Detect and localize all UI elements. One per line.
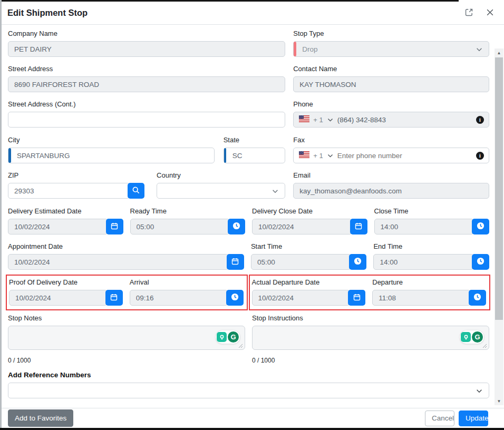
street-address-label: Street Address (8, 65, 285, 73)
proof-of-delivery-date-input[interactable] (9, 290, 108, 306)
row-delivery-dates: Delivery Estimated Date Ready Time (8, 207, 489, 234)
fax-input[interactable] (337, 152, 472, 160)
cancel-button[interactable]: Cancel (425, 411, 454, 426)
row-pod-departure: Proof Of Delivery Date Arrival (6, 275, 490, 310)
company-name-input[interactable] (8, 41, 285, 57)
clock-icon (232, 221, 241, 232)
field-country: Country (157, 171, 285, 199)
actual-departure-date-input[interactable] (252, 290, 351, 306)
phone-country-chevron-icon[interactable] (327, 116, 334, 123)
phone-input[interactable] (337, 116, 472, 124)
ready-time-input[interactable] (130, 219, 230, 234)
field-ready-time: Ready Time (130, 207, 246, 234)
scrollbar-down-arrow[interactable]: ▼ (495, 397, 503, 405)
delivery-close-date-calendar-button[interactable] (350, 219, 367, 234)
bottom-edge (0, 428, 504, 430)
field-departure: Departure (372, 278, 486, 306)
close-icon (486, 8, 495, 18)
state-input[interactable] (224, 148, 286, 163)
close-time-input[interactable] (374, 219, 474, 234)
start-time-input[interactable] (251, 254, 352, 270)
arrival-label: Arrival (130, 278, 244, 286)
row-street-contact: Street Address Contact Name (8, 65, 489, 92)
clock-icon (476, 257, 485, 267)
phone-dial-code: + 1 (313, 116, 323, 124)
field-appointment-date: Appointment Date (8, 242, 244, 270)
appointment-date-calendar-button[interactable] (227, 254, 244, 270)
phone-info-icon[interactable]: i (476, 116, 484, 124)
street-address-input[interactable] (8, 76, 285, 92)
valid-accent-bar (224, 148, 227, 163)
field-arrival: Arrival (130, 278, 244, 306)
actual-departure-date-calendar-button[interactable] (348, 290, 365, 306)
add-to-favorites-button[interactable]: Add to Favorites (8, 409, 73, 427)
field-stop-notes: Stop Notes G 0 / 1000 (8, 314, 245, 364)
street-address-cont-input[interactable] (8, 112, 285, 128)
grammarly-suggestion-icon (217, 332, 227, 342)
row-street2-phone: Street Address (Cont.) Phone (8, 100, 489, 128)
state-label: State (224, 136, 286, 144)
grammarly-widget[interactable]: G (215, 330, 240, 344)
field-start-time: Start Time (251, 242, 367, 270)
email-field[interactable] (293, 183, 489, 199)
page-title: Edit Shipment Stop (7, 8, 88, 18)
stop-type-label: Stop Type (293, 30, 489, 37)
field-end-time: End Time (373, 242, 489, 270)
country-select[interactable] (157, 183, 285, 199)
scrollbar-up-arrow[interactable]: ▲ (495, 48, 503, 57)
field-stop-instructions: Stop Instructions G 0 / 100 (252, 314, 489, 364)
vertical-scrollbar[interactable]: ▲ ▼ (495, 48, 503, 405)
field-fax: Fax + 1 (293, 136, 489, 163)
field-company-name: Company Name (8, 30, 285, 57)
row-city-state-fax: City State Fax (8, 136, 489, 163)
expand-dialog-button[interactable] (463, 6, 475, 20)
delivery-estimated-date-label: Delivery Estimated Date (8, 207, 123, 215)
arrival-time-input[interactable] (130, 290, 228, 306)
delivery-close-date-input[interactable] (252, 219, 352, 234)
company-name-label: Company Name (8, 30, 285, 37)
departure-time-input[interactable] (372, 290, 471, 306)
start-time-clock-button[interactable] (349, 254, 366, 270)
start-time-group (251, 254, 367, 270)
stop-notes-char-counter: 0 / 1000 (8, 357, 245, 364)
departure-clock-button[interactable] (469, 290, 486, 306)
field-state: State (224, 136, 286, 163)
arrival-clock-button[interactable] (226, 290, 244, 306)
grammarly-logo-icon: G (228, 331, 239, 343)
stop-instructions-textarea[interactable] (252, 326, 489, 350)
field-contact-name: Contact Name (293, 65, 489, 92)
ready-time-clock-button[interactable] (228, 219, 245, 234)
close-time-clock-button[interactable] (472, 219, 489, 234)
city-input[interactable] (8, 148, 215, 163)
stop-type-select[interactable]: Drop (293, 41, 489, 57)
grammarly-widget[interactable]: G (459, 330, 484, 344)
zip-search-button[interactable] (128, 183, 144, 199)
close-dialog-button[interactable] (484, 7, 496, 19)
delivery-estimated-date-input[interactable] (8, 219, 108, 234)
us-flag-icon (299, 151, 309, 160)
proof-of-delivery-date-calendar-button[interactable] (105, 290, 123, 306)
add-reference-numbers-select[interactable] (8, 383, 489, 398)
fax-info-icon[interactable]: i (476, 152, 484, 160)
dialog-footer: Add to Favorites Cancel Update (2, 408, 504, 428)
delivery-estimated-date-calendar-button[interactable] (106, 219, 123, 234)
country-label: Country (157, 171, 285, 179)
end-time-label: End Time (373, 242, 489, 250)
close-time-group (374, 219, 490, 234)
expand-icon (464, 7, 474, 19)
scrollbar-thumb[interactable] (495, 57, 503, 320)
textarea-resize-handle[interactable] (238, 341, 243, 350)
appointment-date-label: Appointment Date (8, 242, 244, 250)
stop-notes-wrap: G (8, 326, 245, 352)
appointment-date-input[interactable] (8, 254, 229, 270)
field-proof-of-delivery-date: Proof Of Delivery Date (9, 278, 123, 306)
textarea-resize-handle[interactable] (482, 341, 487, 350)
fax-country-chevron-icon[interactable] (327, 152, 334, 159)
update-button[interactable]: Update (459, 411, 488, 426)
zip-input[interactable] (8, 183, 130, 199)
end-time-clock-button[interactable] (472, 254, 489, 270)
stop-notes-textarea[interactable] (8, 326, 245, 350)
contact-name-input[interactable] (293, 76, 489, 92)
row-appointment: Appointment Date Start Time (8, 242, 489, 270)
end-time-input[interactable] (373, 254, 474, 270)
